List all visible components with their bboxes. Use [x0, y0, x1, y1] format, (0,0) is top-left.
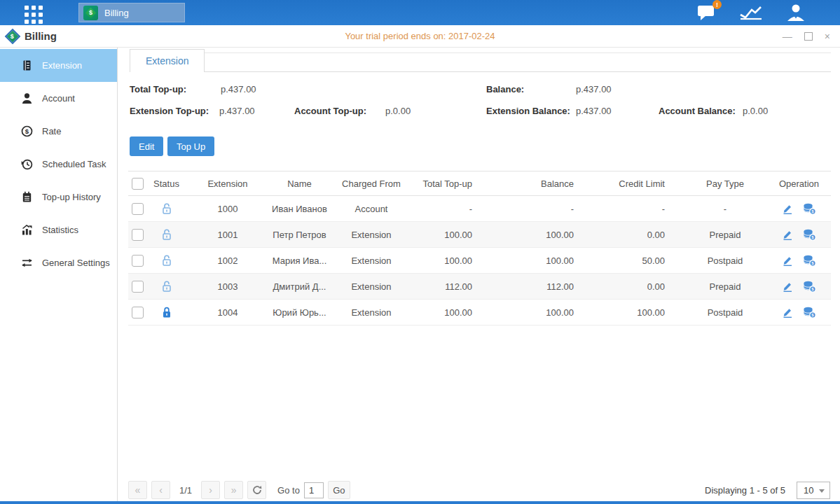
cell-name: Юрий Юрь...	[270, 300, 329, 326]
locked-icon[interactable]	[161, 306, 172, 318]
unlocked-icon[interactable]	[161, 280, 172, 293]
messages-icon[interactable]: !	[697, 4, 717, 22]
titlebar: $ Billing Your trial period ends on: 201…	[0, 25, 840, 48]
statistics-chart-icon[interactable]	[739, 4, 763, 21]
topbar: $ Billing !	[0, 0, 840, 25]
page-title: Billing	[25, 30, 57, 42]
col-extension: Extension	[186, 172, 270, 196]
topbar-tab-billing[interactable]: $ Billing	[78, 3, 185, 22]
edit-icon[interactable]	[782, 307, 793, 318]
chevron-down-icon	[819, 489, 825, 493]
tab-extension[interactable]: Extension	[130, 49, 205, 72]
svg-text:$: $	[25, 127, 29, 135]
row-checkbox[interactable]	[132, 255, 144, 267]
cell-credit-limit: 50.00	[592, 248, 683, 274]
sidebar-item-label: Extension	[42, 60, 82, 71]
row-checkbox[interactable]	[132, 229, 144, 241]
cell-pay-type: Prepaid	[683, 274, 767, 300]
go-button[interactable]: Go	[328, 481, 350, 499]
cell-charged-from: Extension	[329, 300, 413, 326]
extension-table: Status Extension Name Charged From Total…	[128, 171, 831, 326]
notification-badge: !	[712, 0, 722, 9]
select-all-checkbox[interactable]	[132, 178, 144, 190]
cell-extension: 1004	[186, 300, 270, 326]
cell-charged-from: Account	[329, 196, 413, 222]
prev-page-button[interactable]: ‹	[151, 481, 170, 499]
cell-credit-limit: 100.00	[592, 300, 683, 326]
row-checkbox[interactable]	[132, 281, 144, 293]
cell-extension: 1003	[186, 274, 270, 300]
topup-icon[interactable]: $	[803, 203, 816, 215]
edit-icon[interactable]	[782, 203, 793, 214]
col-status: Status	[147, 172, 186, 196]
row-checkbox[interactable]	[132, 307, 144, 318]
page-size-select[interactable]: 10	[797, 482, 830, 499]
topup-icon[interactable]: $	[803, 229, 816, 241]
account-topup-label: Account Top-up:	[294, 106, 366, 116]
table-row: 1003Дмитрий Д...Extension112.00112.000.0…	[128, 274, 831, 300]
close-button[interactable]: ×	[825, 31, 830, 41]
bar-chart-icon	[21, 224, 33, 236]
first-page-button[interactable]: «	[128, 481, 147, 499]
col-operation: Operation	[767, 172, 831, 196]
cell-charged-from: Extension	[329, 222, 413, 248]
edit-icon[interactable]	[782, 281, 793, 292]
col-total-topup: Total Top-up	[413, 172, 490, 196]
maximize-button[interactable]	[804, 32, 813, 41]
sidebar-item-rate[interactable]: $ Rate	[0, 115, 117, 148]
goto-page-input[interactable]	[304, 482, 324, 498]
edit-button[interactable]: Edit	[130, 136, 163, 156]
unlocked-icon[interactable]	[161, 202, 172, 215]
edit-icon[interactable]	[782, 229, 793, 240]
notepad-icon	[21, 191, 33, 203]
sidebar-item-general-settings[interactable]: General Settings	[0, 246, 117, 279]
col-charged-from: Charged From	[329, 172, 413, 196]
person-icon	[21, 92, 33, 104]
account-balance-label: Account Balance:	[659, 106, 736, 116]
top-up-button[interactable]: Top Up	[167, 136, 214, 156]
sidebar-item-extension[interactable]: Extension	[0, 49, 117, 82]
row-checkbox[interactable]	[132, 203, 144, 215]
account-topup-value: p.0.00	[385, 106, 411, 116]
cell-name: Дмитрий Д...	[270, 274, 329, 300]
window-bottom-border	[0, 501, 840, 504]
col-pay-type: Pay Type	[683, 172, 767, 196]
sidebar-item-label: Scheduled Task	[42, 159, 106, 169]
next-page-button[interactable]: ›	[201, 481, 220, 499]
user-account-icon[interactable]	[785, 4, 806, 22]
sidebar-item-label: Top-up History	[42, 192, 101, 202]
cell-name: Мария Ива...	[270, 248, 329, 274]
dollar-circle-icon: $	[21, 125, 33, 137]
table-row: 1004Юрий Юрь...Extension100.00100.00100.…	[128, 300, 831, 326]
sidebar-item-statistics[interactable]: Statistics	[0, 214, 117, 246]
total-topup-label: Total Top-up:	[130, 84, 186, 94]
sidebar-item-account[interactable]: Account	[0, 82, 117, 115]
extension-topup-value: p.437.00	[219, 106, 255, 116]
billing-app-icon: $	[83, 6, 98, 20]
last-page-button[interactable]: »	[224, 481, 243, 499]
sidebar-item-topup-history[interactable]: Top-up History	[0, 181, 117, 214]
cell-total-topup: 100.00	[413, 222, 490, 248]
sidebar-item-scheduled-task[interactable]: Scheduled Task	[0, 148, 117, 181]
unlocked-icon[interactable]	[161, 228, 172, 241]
topbar-tab-label: Billing	[104, 8, 129, 18]
minimize-button[interactable]: —	[783, 31, 792, 41]
sidebar-item-label: Rate	[42, 126, 61, 136]
cell-credit-limit: 0.00	[592, 274, 683, 300]
balance-value: p.437.00	[576, 84, 612, 94]
col-credit-limit: Credit Limit	[592, 172, 683, 196]
topup-icon[interactable]: $	[803, 307, 816, 318]
app-launcher-icon[interactable]	[25, 6, 43, 24]
edit-icon[interactable]	[782, 255, 793, 266]
ledger-icon	[21, 59, 33, 71]
refresh-button[interactable]	[247, 481, 266, 499]
unlocked-icon[interactable]	[161, 254, 172, 267]
refresh-icon	[252, 485, 262, 495]
topup-icon[interactable]: $	[803, 281, 816, 293]
sidebar-item-label: General Settings	[42, 258, 110, 268]
col-name: Name	[270, 172, 329, 196]
cell-total-topup: 100.00	[413, 300, 490, 326]
topup-icon[interactable]: $	[803, 255, 816, 267]
cell-credit-limit: -	[592, 196, 683, 222]
cell-credit-limit: 0.00	[592, 222, 683, 248]
